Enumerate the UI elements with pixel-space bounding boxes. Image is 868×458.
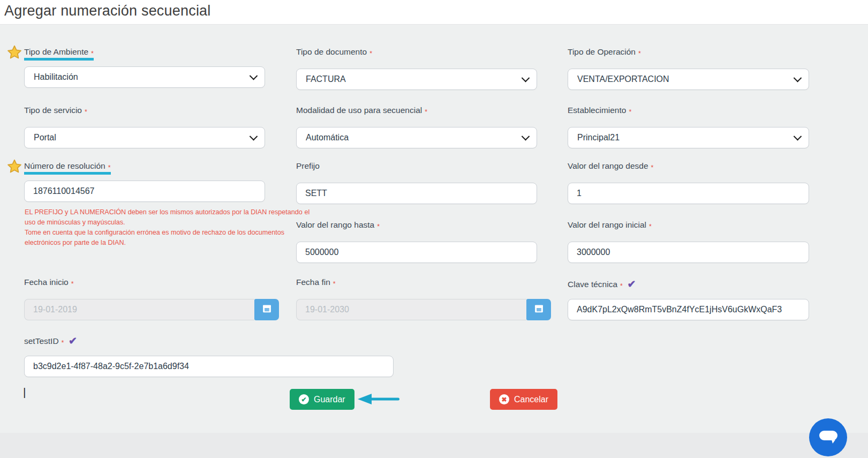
field-label: Fecha inicio — [24, 277, 69, 287]
tipo-operacion-select[interactable]: VENTA/EXPORTACION — [568, 69, 809, 90]
chevron-down-icon — [250, 132, 258, 140]
dian-warning-text: EL PREFIJO y LA NUMERACIÓN deben ser los… — [25, 207, 310, 248]
required-asterisk: * — [85, 108, 87, 116]
verified-check-icon: ✔ — [627, 279, 636, 290]
field-clave-tecnica: Clave técnica* ✔ — [568, 277, 809, 320]
field-establecimiento: Establecimiento* Principal21 — [568, 106, 809, 148]
field-tipo-servicio: Tipo de servicio* Portal — [24, 106, 265, 148]
settestid-input[interactable] — [24, 356, 394, 377]
field-label: Valor del rango desde — [568, 161, 648, 170]
footer-strip — [0, 433, 868, 458]
selected-value: VENTA/EXPORTACION — [577, 74, 669, 84]
field-label: setTestID — [24, 336, 59, 346]
cancel-button[interactable]: ✖ Cancelar — [490, 389, 557, 410]
field-rango-inicial: Valor del rango inicial* — [568, 220, 809, 263]
rango-hasta-input[interactable] — [296, 242, 537, 263]
prefijo-input[interactable] — [296, 183, 537, 204]
rango-desde-input[interactable] — [568, 183, 809, 204]
save-check-icon: ✔ — [299, 394, 309, 404]
required-asterisk: * — [91, 50, 94, 57]
save-button[interactable]: ✔ Guardar — [290, 389, 354, 410]
field-numero-resolucion: Número de resolución* — [24, 161, 265, 202]
field-label: Prefijo — [296, 161, 320, 170]
tipo-documento-select[interactable]: FACTURA — [296, 69, 537, 90]
selected-value: Portal — [34, 133, 56, 142]
save-button-label: Guardar — [314, 395, 345, 404]
rango-inicial-input[interactable] — [568, 242, 809, 263]
selected-value: Habilitación — [34, 72, 78, 82]
field-prefijo: Prefijo — [296, 161, 537, 204]
label-underline: Número de resolución* — [24, 161, 111, 175]
chevron-down-icon — [794, 132, 802, 140]
field-tipo-operacion: Tipo de Operación* VENTA/EXPORTACION — [568, 47, 809, 90]
required-asterisk: * — [629, 108, 631, 116]
fecha-fin-calendar-button[interactable] — [526, 299, 551, 320]
field-label: Establecimiento — [568, 106, 626, 115]
field-settestid: setTestID* ✔ — [24, 334, 394, 377]
field-label: Valor del rango hasta — [296, 220, 374, 229]
chat-widget-button[interactable] — [809, 418, 847, 456]
page-title: Agregar numeración secuencial — [0, 0, 868, 19]
selected-value: Automática — [306, 133, 349, 142]
field-tipo-ambiente: Tipo de Ambiente* Habilitación — [24, 47, 265, 88]
establecimiento-select[interactable]: Principal21 — [568, 127, 809, 148]
numero-resolucion-input[interactable] — [24, 181, 265, 202]
chevron-down-icon — [794, 73, 802, 82]
verified-check-icon: ✔ — [69, 335, 77, 347]
annotation-arrow-icon — [358, 393, 399, 408]
cancel-button-label: Cancelar — [514, 395, 548, 404]
field-label: Número de resolución — [24, 161, 105, 170]
selected-value: FACTURA — [306, 74, 346, 84]
field-label: Valor del rango inicial — [568, 220, 646, 229]
tipo-ambiente-select[interactable]: Habilitación — [24, 66, 265, 88]
chevron-down-icon — [522, 73, 530, 82]
chevron-down-icon — [522, 132, 530, 140]
calendar-icon — [262, 304, 272, 316]
field-label: Tipo de Ambiente — [24, 47, 88, 56]
star-icon — [6, 159, 22, 175]
cancel-x-icon: ✖ — [499, 394, 509, 404]
label-underline: Tipo de Ambiente* — [24, 47, 94, 61]
field-rango-desde: Valor del rango desde* — [568, 161, 809, 204]
field-fecha-inicio: Fecha inicio* — [24, 277, 279, 320]
field-rango-hasta: Valor del rango hasta* — [296, 220, 537, 263]
modalidad-uso-select[interactable]: Automática — [296, 127, 537, 148]
fecha-inicio-input — [24, 299, 254, 320]
required-asterisk: * — [620, 282, 623, 290]
clave-tecnica-input[interactable] — [568, 299, 809, 320]
field-label: Tipo de Operación — [568, 47, 636, 56]
field-label: Tipo de documento — [296, 47, 367, 56]
selected-value: Principal21 — [577, 133, 620, 142]
star-icon — [6, 44, 22, 61]
required-asterisk: * — [651, 164, 654, 171]
required-asterisk: * — [638, 50, 641, 57]
text-cursor-artifact: | — [23, 386, 26, 399]
required-asterisk: * — [369, 50, 372, 57]
calendar-icon — [534, 304, 544, 316]
required-asterisk: * — [333, 280, 336, 288]
fecha-fin-input — [296, 299, 526, 320]
field-tipo-documento: Tipo de documento* FACTURA — [296, 47, 537, 90]
chat-bubble-icon — [818, 429, 839, 446]
required-asterisk: * — [377, 223, 380, 230]
required-asterisk: * — [108, 164, 111, 171]
field-modalidad-uso: Modalidad de uso para secuencial* Automá… — [296, 106, 537, 148]
field-label: Tipo de servicio — [24, 106, 82, 115]
page-header: Agregar numeración secuencial — [0, 0, 868, 25]
fecha-inicio-calendar-button[interactable] — [254, 299, 279, 320]
required-asterisk: * — [649, 223, 652, 230]
chevron-down-icon — [250, 71, 258, 80]
field-fecha-fin: Fecha fin* — [296, 277, 551, 320]
field-label: Clave técnica — [568, 280, 617, 289]
field-label: Modalidad de uso para secuencial — [296, 106, 422, 115]
tipo-servicio-select[interactable]: Portal — [24, 127, 265, 148]
required-asterisk: * — [71, 280, 74, 288]
field-label: Fecha fin — [296, 277, 330, 287]
required-asterisk: * — [425, 108, 427, 116]
required-asterisk: * — [62, 339, 64, 347]
